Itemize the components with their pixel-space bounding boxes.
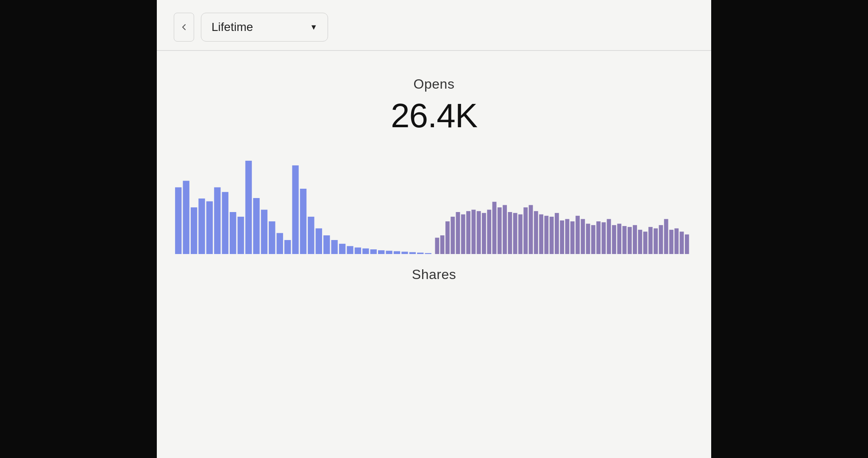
shares-chart [434,161,694,254]
svg-rect-66 [607,219,611,254]
svg-rect-51 [529,205,533,254]
svg-rect-37 [456,212,460,254]
svg-rect-27 [386,251,392,254]
svg-rect-56 [555,213,559,254]
main-content: Lifetime ▼ Opens 26.4K [157,0,711,458]
svg-rect-62 [586,224,590,254]
svg-rect-80 [680,232,684,254]
svg-rect-35 [445,221,450,254]
svg-rect-19 [323,235,330,254]
svg-rect-63 [591,225,595,254]
svg-rect-42 [482,213,486,254]
shares-label: Shares [412,267,456,282]
svg-rect-22 [347,246,353,254]
svg-rect-44 [492,202,497,254]
svg-rect-40 [471,210,476,254]
svg-rect-15 [292,165,298,254]
svg-rect-57 [560,221,564,254]
svg-rect-13 [277,233,283,254]
lifetime-dropdown[interactable]: Lifetime ▼ [201,13,328,42]
svg-rect-48 [513,213,517,254]
svg-rect-58 [565,219,569,254]
svg-rect-33 [435,238,439,254]
svg-rect-3 [198,198,205,254]
svg-rect-29 [401,252,408,254]
svg-rect-34 [440,235,445,254]
svg-rect-21 [339,244,345,254]
svg-rect-76 [659,225,663,254]
svg-rect-14 [284,240,291,254]
right-panel [711,0,868,458]
svg-rect-20 [331,240,337,254]
svg-rect-7 [230,212,236,254]
svg-rect-30 [409,252,416,254]
svg-rect-36 [451,217,455,254]
svg-rect-8 [237,217,244,254]
svg-rect-77 [664,219,668,254]
svg-rect-59 [570,221,575,254]
left-panel [0,0,157,458]
top-bar: Lifetime ▼ [157,0,711,50]
svg-rect-38 [461,215,465,254]
svg-rect-2 [191,207,197,254]
opens-value: 26.4K [391,96,477,135]
stats-area: Opens 26.4K [157,51,711,458]
charts-row [174,161,694,254]
svg-rect-5 [214,187,220,254]
svg-rect-60 [576,216,580,254]
svg-rect-1 [183,181,189,254]
svg-rect-16 [300,189,306,254]
svg-rect-31 [417,253,423,254]
svg-rect-55 [550,217,554,254]
svg-rect-73 [643,232,648,254]
chevron-down-icon: ▼ [310,23,317,32]
svg-rect-12 [269,221,275,254]
dropdown-label: Lifetime [211,20,253,34]
svg-rect-18 [316,229,322,254]
svg-rect-54 [544,216,548,254]
svg-rect-50 [523,207,528,254]
svg-rect-65 [601,222,606,254]
svg-rect-79 [674,229,679,254]
svg-rect-6 [222,192,228,254]
svg-rect-69 [623,226,627,254]
svg-rect-78 [669,230,673,254]
svg-rect-9 [245,161,252,254]
svg-rect-68 [617,224,621,254]
svg-rect-23 [355,248,361,254]
svg-rect-4 [206,201,213,254]
svg-rect-70 [628,227,632,254]
svg-rect-81 [685,235,689,254]
svg-rect-45 [498,207,502,254]
svg-rect-61 [581,219,585,254]
svg-rect-75 [654,229,658,254]
svg-rect-52 [534,211,538,254]
svg-rect-71 [633,225,637,254]
svg-rect-41 [477,211,481,254]
svg-rect-24 [362,249,369,254]
svg-rect-74 [648,227,653,254]
bottom-section: Shares [174,254,694,282]
svg-rect-39 [466,211,470,254]
svg-rect-17 [308,217,314,254]
svg-rect-67 [612,225,616,254]
opens-label: Opens [414,76,455,92]
svg-rect-28 [394,251,400,254]
svg-rect-0 [175,187,181,254]
svg-rect-32 [425,253,431,254]
svg-rect-49 [518,215,523,254]
svg-rect-46 [503,205,507,254]
opens-chart [174,161,434,254]
svg-rect-64 [596,221,601,254]
svg-rect-47 [508,212,512,254]
svg-rect-25 [370,249,377,254]
svg-rect-11 [261,210,267,254]
svg-rect-72 [638,230,642,254]
svg-rect-10 [253,198,259,254]
svg-rect-43 [487,210,491,254]
svg-rect-26 [378,250,384,254]
prev-button[interactable] [174,13,194,42]
svg-rect-53 [539,215,543,254]
